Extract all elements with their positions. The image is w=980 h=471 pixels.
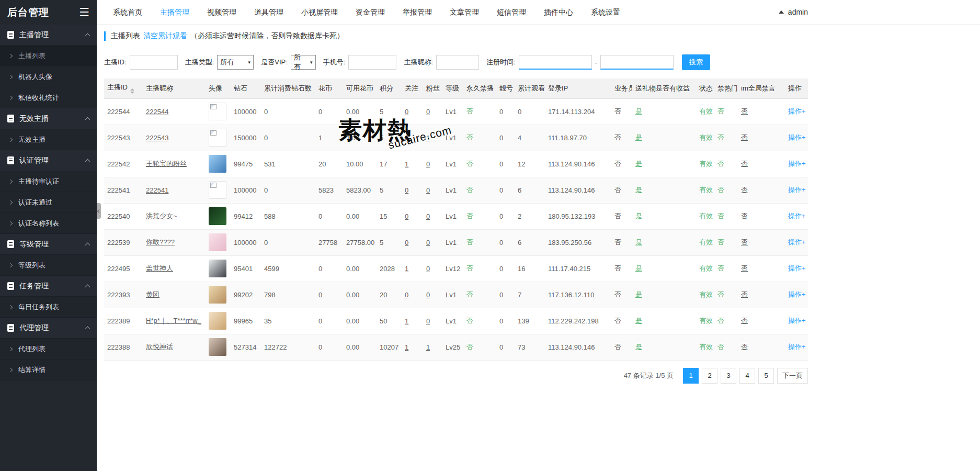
cell-nickname-value[interactable]: 222541 <box>146 186 168 194</box>
cell-gift_income-value[interactable]: 是 <box>635 343 642 351</box>
cell-follows-value[interactable]: 0 <box>405 108 408 116</box>
avatar-image[interactable] <box>209 260 226 277</box>
cell-nickname-value[interactable]: 王轮宝的粉丝 <box>146 160 187 167</box>
sidebar-item-结算详情[interactable]: 结算详情 <box>0 360 97 380</box>
tab-举报管理[interactable]: 举报管理 <box>394 0 441 25</box>
sort-icon[interactable] <box>130 88 134 94</box>
sidebar-collapse-handle[interactable] <box>97 203 101 219</box>
cell-follows-value[interactable]: 1 <box>405 160 408 168</box>
cell-gift_income-value[interactable]: 是 <box>635 107 642 115</box>
cell-gift_income-value[interactable]: 是 <box>635 290 642 298</box>
cell-im_ban-value[interactable]: 否 <box>741 238 748 246</box>
sidebar-section-主播管理[interactable]: 主播管理 <box>0 25 97 46</box>
avatar-image[interactable] <box>209 286 226 304</box>
sidebar-section-代理管理[interactable]: 代理管理 <box>0 318 97 339</box>
cell-gift_income-value[interactable]: 是 <box>635 264 642 272</box>
anchor-nickname-input[interactable] <box>436 55 479 70</box>
tab-短信管理[interactable]: 短信管理 <box>488 0 535 25</box>
cell-im_ban-value[interactable]: 否 <box>741 264 748 272</box>
cell-action-value[interactable]: 操作+ <box>788 238 806 246</box>
avatar-image[interactable] <box>209 207 226 225</box>
cell-gift_income-value[interactable]: 是 <box>635 133 642 141</box>
tab-资金管理[interactable]: 资金管理 <box>347 0 394 25</box>
page-button-3[interactable]: 3 <box>721 368 736 384</box>
cell-nickname-value[interactable]: 洪荒少女~ <box>146 212 177 220</box>
cell-fans-value[interactable]: 1 <box>426 343 430 351</box>
anchor-id-input[interactable] <box>130 55 178 70</box>
cell-action-value[interactable]: 操作+ <box>788 264 806 272</box>
sidebar-item-每日任务列表[interactable]: 每日任务列表 <box>0 297 97 318</box>
cell-gift_income-value[interactable]: 是 <box>635 212 642 220</box>
sidebar-item-认证名称列表[interactable]: 认证名称列表 <box>0 213 97 234</box>
sidebar-section-无效主播[interactable]: 无效主播 <box>0 108 97 129</box>
sidebar-section-任务管理[interactable]: 任务管理 <box>0 276 97 297</box>
avatar-broken[interactable] <box>209 181 226 199</box>
cell-nickname-value[interactable]: 你敢???? <box>146 238 175 246</box>
cell-action-value[interactable]: 操作+ <box>788 107 806 115</box>
cell-follows-value[interactable]: 0 <box>405 186 408 194</box>
cell-im_ban-value[interactable]: 否 <box>741 290 748 298</box>
cell-nickname-value[interactable]: 222544 <box>146 108 168 116</box>
menu-toggle-icon[interactable]: ☰ <box>79 7 89 18</box>
tab-系统设置[interactable]: 系统设置 <box>582 0 629 25</box>
cell-follows-value[interactable]: 0 <box>405 291 408 299</box>
tab-主播管理[interactable]: 主播管理 <box>151 0 198 25</box>
col-header-主播ID[interactable]: 主播ID <box>104 78 143 98</box>
page-button-2[interactable]: 2 <box>702 368 717 384</box>
cell-action-value[interactable]: 操作+ <box>788 317 806 324</box>
cell-nickname-value[interactable]: 黄冈 <box>146 290 159 298</box>
avatar-broken[interactable] <box>209 103 226 120</box>
cell-im_ban-value[interactable]: 否 <box>741 160 748 167</box>
vip-select[interactable]: 所有▼ <box>291 55 316 70</box>
cell-fans-value[interactable]: 0 <box>426 212 430 220</box>
sidebar-section-等级管理[interactable]: 等级管理 <box>0 234 97 255</box>
cell-action-value[interactable]: 操作+ <box>788 133 806 141</box>
cell-fans-value[interactable]: 0 <box>426 186 430 194</box>
cell-follows-value[interactable]: 1 <box>405 343 408 351</box>
avatar-image[interactable] <box>209 338 226 356</box>
cell-action-value[interactable]: 操作+ <box>788 290 806 298</box>
cell-fans-value[interactable]: 0 <box>426 265 430 273</box>
avatar-image[interactable] <box>209 155 226 173</box>
page-button-4[interactable]: 4 <box>739 368 755 384</box>
sidebar-item-私信收礼统计[interactable]: 私信收礼统计 <box>0 87 97 108</box>
sidebar-item-无效主播[interactable]: 无效主播 <box>0 129 97 150</box>
cell-fans-value[interactable]: 0 <box>426 108 430 116</box>
cell-nickname-value[interactable]: H*p*｜、T***rr*w_ <box>146 317 201 324</box>
cell-gift_income-value[interactable]: 是 <box>635 317 642 324</box>
tab-小视屏管理[interactable]: 小视屏管理 <box>292 0 347 25</box>
avatar-broken[interactable] <box>209 129 226 147</box>
tab-视频管理[interactable]: 视频管理 <box>198 0 245 25</box>
cell-gift_income-value[interactable]: 是 <box>635 160 642 167</box>
cell-action-value[interactable]: 操作+ <box>788 212 806 220</box>
register-time-start-input[interactable] <box>519 55 592 70</box>
next-page-button[interactable]: 下一页 <box>777 368 808 384</box>
tab-道具管理[interactable]: 道具管理 <box>245 0 292 25</box>
search-button[interactable]: 搜索 <box>682 54 710 70</box>
cell-follows-value[interactable]: 0 <box>405 212 408 220</box>
sidebar-item-主播列表[interactable]: 主播列表 <box>0 46 97 66</box>
cell-follows-value[interactable]: 1 <box>405 317 408 325</box>
cell-fans-value[interactable]: 0 <box>426 317 430 325</box>
page-button-5[interactable]: 5 <box>758 368 774 384</box>
anchor-type-select[interactable]: 所有▼ <box>217 55 254 70</box>
cell-follows-value[interactable]: 0 <box>405 239 408 246</box>
cell-action-value[interactable]: 操作+ <box>788 160 806 167</box>
cell-action-value[interactable]: 操作+ <box>788 343 806 351</box>
sidebar-item-代理列表[interactable]: 代理列表 <box>0 339 97 360</box>
cell-im_ban-value[interactable]: 否 <box>741 317 748 324</box>
cell-follows-value[interactable]: 0 <box>405 134 408 142</box>
phone-input[interactable] <box>348 55 396 70</box>
register-time-end-input[interactable] <box>600 55 674 70</box>
tab-系统首页[interactable]: 系统首页 <box>104 0 151 25</box>
cell-gift_income-value[interactable]: 是 <box>635 238 642 246</box>
user-menu[interactable]: admin <box>779 8 808 16</box>
cell-fans-value[interactable]: 0 <box>426 239 430 246</box>
cell-nickname-value[interactable]: 欣悦神话 <box>146 343 173 351</box>
cell-fans-value[interactable]: 0 <box>426 160 430 168</box>
clear-accumulated-views-link[interactable]: 清空累计观看 <box>143 31 187 41</box>
sidebar-item-认证未通过[interactable]: 认证未通过 <box>0 192 97 213</box>
avatar-image[interactable] <box>209 233 226 251</box>
sidebar-section-认证管理[interactable]: 认证管理 <box>0 150 97 171</box>
cell-gift_income-value[interactable]: 是 <box>635 186 642 194</box>
